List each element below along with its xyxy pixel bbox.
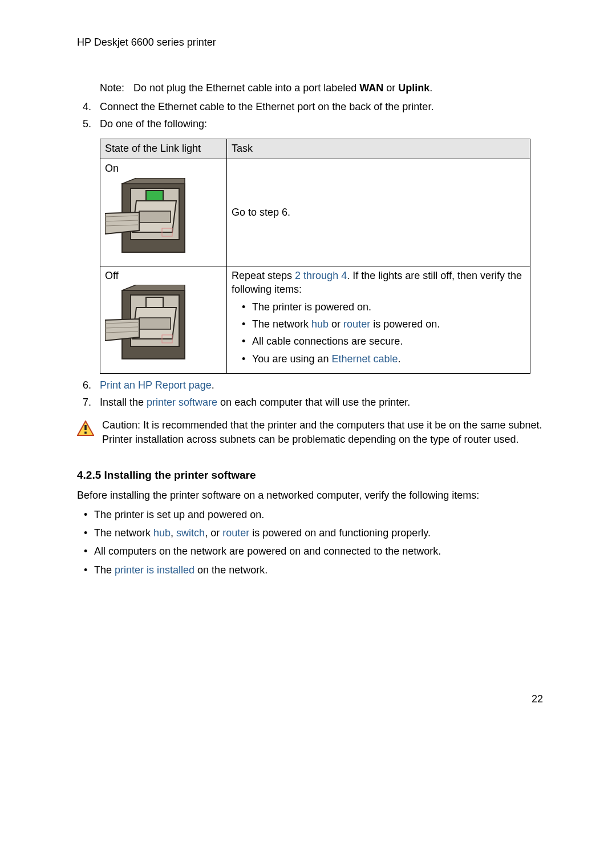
note-line: Note: Do not plug the Ethernet cable int… [100,81,552,95]
header-state: State of the Link light [100,139,227,159]
link-steps-2-4[interactable]: 2 through 4 [295,270,347,281]
cell-task-off: Repeat steps 2 through 4. If the lights … [227,266,530,374]
svg-marker-6 [105,212,139,234]
link-hp-report-page[interactable]: Print an HP Report page [100,379,212,391]
caution-block: Caution: It is recommended that the prin… [77,418,552,446]
step-number: 5. [83,117,91,131]
state-label: Off [105,269,222,282]
period: . [212,379,214,391]
caution-text: Caution: It is recommended that the prin… [102,418,552,446]
text: . [398,353,401,365]
svg-rect-13 [139,318,171,329]
table-row: On Go to step 6. [100,159,530,266]
caution-icon [77,421,95,440]
note-period: . [429,82,432,94]
text: is powered on and functioning properly. [249,527,431,539]
section-heading: 4.2.5 Installing the printer software [77,468,552,483]
step-number: 7. [83,395,91,409]
note-text-a: Do not plug the Ethernet cable into a po… [133,82,359,94]
list-item: The network hub, switch, or router is po… [84,526,552,540]
cell-state-off: Off [100,266,227,374]
text: on the network. [194,564,268,576]
link-hub[interactable]: hub [153,527,171,539]
list-item: The printer is powered on. [242,300,525,314]
link-switch[interactable]: switch [176,527,205,539]
cell-task-on: Go to step 6. [227,159,530,266]
caution-label: Caution: [102,419,143,431]
text: is powered on. [370,318,440,330]
step-number: 6. [83,378,91,392]
verify-list: The printer is powered on. The network h… [232,300,525,366]
step-6: 6. Print an HP Report page. [83,378,552,392]
page-number: 22 [532,692,543,706]
link-ethernet-cable[interactable]: Ethernet cable [331,353,398,365]
text: Install the [100,397,147,408]
text: , [171,527,176,539]
svg-marker-1 [122,178,185,184]
link-printer-is-installed[interactable]: printer is installed [115,564,194,576]
svg-rect-5 [139,211,171,223]
step-7: 7. Install the printer software on each … [83,395,552,409]
svg-marker-9 [122,285,185,290]
step-text: Connect the Ethernet cable to the Ethern… [100,101,433,112]
text: The network [94,527,153,539]
svg-rect-18 [84,432,87,434]
note-text-b: or [383,82,398,94]
text: or [329,318,343,330]
text: You are using an [252,353,331,365]
steps-list-continued: 6. Print an HP Report page. 7. Install t… [83,378,552,410]
link-router[interactable]: router [222,527,249,539]
list-item: The network hub or router is powered on. [242,317,525,331]
text: , or [205,527,222,539]
list-item: All computers on the network are powered… [84,544,552,558]
note-wan: WAN [359,82,383,94]
svg-marker-14 [105,319,139,341]
document-page: HP Deskjet 6600 series printer Note: Do … [0,0,616,853]
steps-list: 4. Connect the Ethernet cable to the Eth… [83,100,552,131]
link-hub[interactable]: hub [311,318,329,330]
link-light-table: State of the Link light Task On [100,139,530,373]
table-row: Off Repeat steps 2 th [100,266,530,374]
ethernet-port-on-figure [105,178,222,261]
table-header-row: State of the Link light Task [100,139,530,159]
list-item: The printer is installed on the network. [84,563,552,577]
document-title: HP Deskjet 6600 series printer [77,35,552,49]
state-label: On [105,161,222,175]
section-intro: Before installing the printer software o… [77,488,552,502]
caution-body: It is recommended that the printer and t… [102,419,542,444]
text: The [94,564,115,576]
cell-state-on: On [100,159,227,266]
list-item: You are using an Ethernet cable. [242,352,525,366]
svg-rect-3 [146,191,163,201]
step-text: Do one of the following: [100,118,207,130]
text: on each computer that will use the print… [217,397,410,408]
link-printer-software[interactable]: printer software [147,397,217,408]
note-uplink: Uplink [398,82,429,94]
step-5: 5. Do one of the following: [83,117,552,131]
text: The network [252,318,311,330]
svg-rect-17 [84,425,87,430]
list-item: The printer is set up and powered on. [84,508,552,521]
step-4: 4. Connect the Ethernet cable to the Eth… [83,100,552,114]
task-off-a: Repeat steps [232,270,295,281]
note-label: Note: [100,81,131,95]
list-item: All cable connections are secure. [242,334,525,348]
verify-before-install-list: The printer is set up and powered on. Th… [77,508,552,577]
ethernet-port-off-figure [105,285,222,368]
link-router[interactable]: router [343,318,370,330]
header-task: Task [227,139,530,159]
svg-rect-11 [146,297,163,308]
step-number: 4. [83,100,91,114]
